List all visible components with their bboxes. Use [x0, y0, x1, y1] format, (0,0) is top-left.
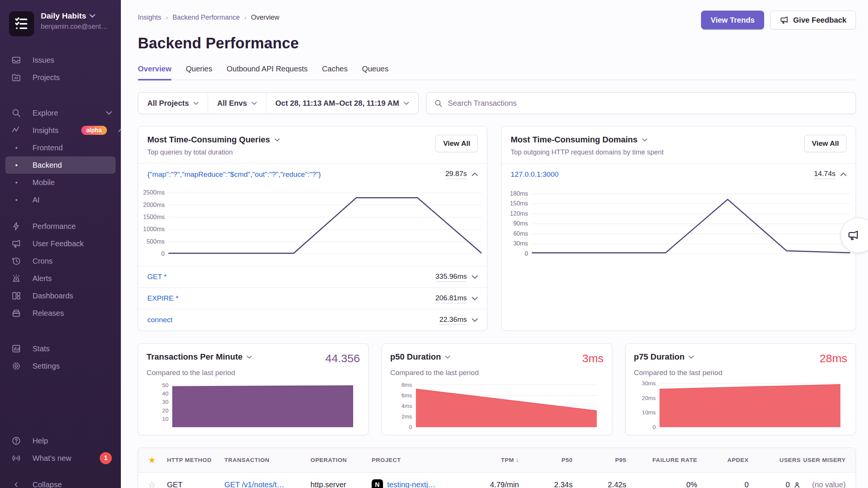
query-link[interactable]: EXPIRE *: [147, 294, 178, 303]
sidebar-item-dashboards[interactable]: Dashboards: [5, 287, 116, 304]
project-link[interactable]: testing-nextj…: [387, 480, 436, 488]
bullet-icon: [11, 199, 21, 201]
bullet-icon: [11, 182, 21, 184]
breadcrumb-separator: ›: [244, 14, 247, 22]
chevron-down-icon: [247, 355, 252, 359]
notification-badge: 1: [100, 452, 112, 464]
query-link[interactable]: connect: [147, 316, 173, 324]
org-name: Daily Habits: [41, 11, 86, 20]
tab-queries[interactable]: Queries: [186, 65, 212, 80]
query-total-time[interactable]: 29.87s: [445, 170, 467, 179]
query-link[interactable]: GET *: [147, 273, 167, 281]
column-p95[interactable]: P95: [573, 457, 626, 463]
cell-users: 0: [749, 480, 801, 488]
sidebar-item-user-feedback[interactable]: User Feedback: [5, 235, 116, 252]
broadcast-icon: [11, 453, 21, 463]
chevron-up-icon[interactable]: [472, 172, 478, 176]
breadcrumb-separator: ›: [166, 14, 168, 22]
cell-operation: http.server: [310, 480, 372, 488]
domain-total-time[interactable]: 14.74s: [814, 170, 836, 179]
sidebar-item-projects[interactable]: Projects: [5, 69, 116, 86]
p50-title-dropdown[interactable]: p50 Duration: [390, 352, 450, 362]
search-icon: [11, 108, 21, 118]
domains-view-all-button[interactable]: View All: [804, 135, 846, 152]
tab-caches[interactable]: Caches: [322, 65, 348, 80]
search-transactions-input[interactable]: [448, 99, 848, 108]
chevron-up-icon[interactable]: [840, 172, 846, 176]
query-link[interactable]: {"map":"?","mapReduce":"$cmd","out":"?",…: [147, 170, 321, 179]
date-range-dropdown[interactable]: Oct 28, 11:13 AM–Oct 28, 11:19 AM: [266, 93, 418, 114]
tpm-value: 44.356: [325, 352, 360, 365]
p75-title-dropdown[interactable]: p75 Duration: [634, 352, 694, 362]
tab-outbound-api-requests[interactable]: Outbound API Requests: [227, 65, 308, 80]
column-operation[interactable]: Operation: [310, 457, 372, 463]
sidebar-item-settings[interactable]: Settings: [5, 357, 116, 375]
sidebar-item-backend[interactable]: Backend: [5, 156, 116, 174]
tab-overview[interactable]: Overview: [138, 65, 171, 80]
sidebar-collapse-button[interactable]: Collapse: [5, 476, 116, 488]
column-failure-rate[interactable]: Failure Rate: [626, 457, 697, 463]
alpha-badge: alpha: [81, 126, 107, 135]
sidebar-item-ai[interactable]: AI: [5, 191, 116, 208]
chevron-down-icon: [252, 102, 257, 105]
column-http-method[interactable]: HTTP Method: [167, 457, 224, 463]
queries-panel-title-dropdown[interactable]: Most Time-Consuming Queries Top queries …: [147, 135, 280, 156]
sidebar-item-insights[interactable]: Insights alpha: [5, 122, 116, 139]
sidebar-item-issues[interactable]: Issues: [5, 51, 116, 69]
chevron-down-icon[interactable]: [472, 318, 478, 322]
domain-link[interactable]: 127.0.0.1:3000: [511, 170, 559, 179]
give-feedback-button[interactable]: Give Feedback: [770, 11, 856, 29]
column-user-misery[interactable]: User Misery: [801, 457, 846, 463]
p50-chart: 8ms6ms4ms2ms0: [390, 381, 604, 429]
tpm-title-dropdown[interactable]: Transactions Per Minute: [147, 352, 252, 362]
column-users[interactable]: Users: [749, 457, 801, 463]
chevron-down-icon[interactable]: [106, 111, 112, 115]
star-filled-icon[interactable]: ★: [148, 455, 167, 465]
sidebar-footer: Help What's new 1 Collapse: [5, 432, 116, 488]
column-apdex[interactable]: Apdex: [697, 457, 749, 463]
chevron-down-icon: [445, 355, 450, 359]
archive-box-icon: [11, 308, 21, 318]
chevron-down-icon[interactable]: [472, 275, 478, 279]
sidebar-item-mobile[interactable]: Mobile: [5, 174, 116, 191]
insights-icon: [11, 125, 21, 135]
sidebar-nav: Issues Projects Explore: [5, 51, 116, 375]
bar-chart-icon: [11, 344, 21, 354]
column-project[interactable]: Project: [372, 457, 462, 463]
sidebar-item-explore[interactable]: Explore: [5, 104, 116, 122]
org-switcher[interactable]: Daily Habits benjamin.coe@sent…: [5, 9, 116, 39]
app-window: Daily Habits benjamin.coe@sent… Issues: [0, 0, 868, 488]
chevron-down-icon: [642, 138, 647, 142]
tab-bar: Overview Queries Outbound API Requests C…: [138, 65, 856, 80]
chevron-left-icon: [11, 480, 21, 488]
environment-filter-dropdown[interactable]: All Envs: [208, 93, 266, 114]
sidebar-item-frontend[interactable]: Frontend: [5, 139, 116, 156]
sidebar-item-performance[interactable]: Performance: [5, 218, 116, 235]
column-p50[interactable]: P50: [519, 457, 573, 463]
sidebar-item-releases[interactable]: Releases: [5, 304, 116, 322]
sidebar-item-help[interactable]: Help: [5, 432, 116, 449]
sidebar-item-stats[interactable]: Stats: [5, 340, 116, 357]
bullet-icon: [11, 164, 21, 166]
view-trends-button[interactable]: View Trends: [701, 11, 764, 29]
star-outline-icon[interactable]: ☆: [148, 480, 167, 488]
breadcrumb-insights[interactable]: Insights: [138, 14, 161, 22]
sidebar-item-whats-new[interactable]: What's new 1: [5, 449, 116, 467]
p75-chart: 30ms20ms10ms0: [634, 381, 847, 429]
chevron-down-icon[interactable]: [472, 297, 478, 301]
query-row-expanded: {"map":"?","mapReduce":"$cmd","out":"?",…: [138, 164, 487, 185]
domain-row-expanded: 127.0.0.1:3000 14.74s: [502, 164, 856, 185]
tpm-chart: 5040302010: [147, 381, 360, 429]
p50-value: 3ms: [582, 352, 604, 365]
domains-panel-title-dropdown[interactable]: Most Time-Consuming Domains Top outgoing…: [511, 135, 664, 156]
queries-view-all-button[interactable]: View All: [436, 135, 478, 152]
sidebar-item-alerts[interactable]: Alerts: [5, 270, 116, 287]
transaction-link[interactable]: GET /v1/notes/t…: [224, 480, 284, 488]
page-title: Backend Performance: [138, 35, 856, 52]
project-filter-dropdown[interactable]: All Projects: [138, 93, 208, 114]
column-transaction[interactable]: Transaction: [224, 457, 310, 463]
column-tpm-sorted[interactable]: TPM ↓: [462, 457, 519, 463]
breadcrumb-backend-performance[interactable]: Backend Performance: [173, 14, 240, 22]
sidebar-item-crons[interactable]: Crons: [5, 252, 116, 270]
tab-queues[interactable]: Queues: [362, 65, 388, 80]
